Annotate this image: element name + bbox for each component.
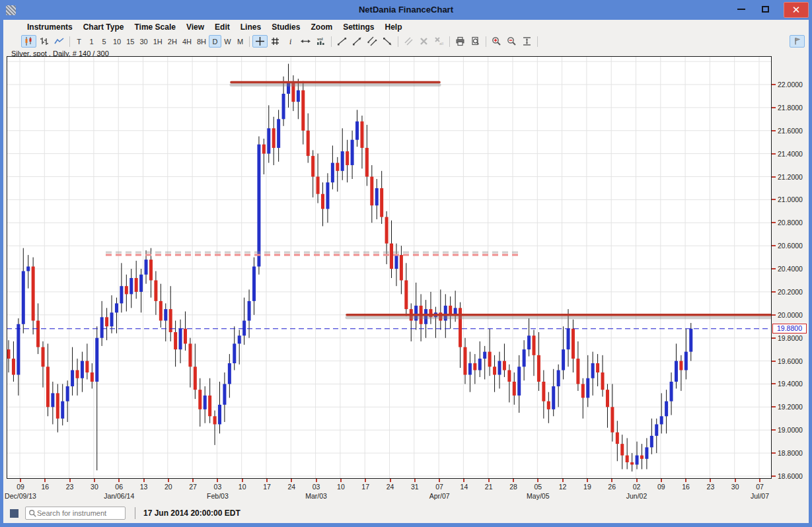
- candle-down[interactable]: [208, 396, 211, 416]
- candle-down[interactable]: [159, 301, 163, 321]
- parallel-channel-button[interactable]: [365, 35, 380, 48]
- candle-up[interactable]: [95, 338, 98, 382]
- candle-up[interactable]: [655, 424, 658, 435]
- candle-up[interactable]: [218, 405, 221, 425]
- candle-up[interactable]: [238, 335, 241, 343]
- candle-down[interactable]: [213, 416, 217, 424]
- candle-up[interactable]: [591, 363, 595, 378]
- candle-up[interactable]: [645, 447, 648, 458]
- candle-down[interactable]: [488, 352, 492, 367]
- candle-up[interactable]: [26, 267, 30, 271]
- candle-up[interactable]: [660, 416, 663, 424]
- candle-down[interactable]: [262, 145, 266, 154]
- candle-up[interactable]: [636, 456, 639, 465]
- candle-up[interactable]: [17, 324, 20, 375]
- candle-down[interactable]: [360, 122, 363, 148]
- menu-studies[interactable]: Studies: [266, 22, 305, 32]
- candle-up[interactable]: [115, 303, 118, 312]
- candle-down[interactable]: [91, 372, 94, 382]
- candle-down[interactable]: [404, 280, 408, 309]
- print-button[interactable]: [453, 35, 468, 48]
- candle-up[interactable]: [650, 436, 653, 447]
- candle-down[interactable]: [581, 384, 585, 398]
- candle-up[interactable]: [483, 352, 486, 359]
- timeframe-30-button[interactable]: 30: [137, 35, 151, 48]
- workspace-icon[interactable]: [10, 509, 18, 518]
- candle-down[interactable]: [272, 128, 276, 148]
- candle-down[interactable]: [194, 367, 197, 390]
- candle-down[interactable]: [7, 349, 11, 359]
- candle-up[interactable]: [248, 301, 251, 321]
- info-button[interactable]: i: [283, 35, 298, 48]
- candle-up[interactable]: [586, 378, 589, 398]
- candle-down[interactable]: [154, 280, 157, 300]
- close-button[interactable]: ✕: [784, 2, 809, 18]
- candle-up[interactable]: [517, 367, 521, 396]
- price-axis[interactable]: 22.000021.800021.600021.400021.200021.00…: [772, 56, 809, 479]
- candle-up[interactable]: [689, 329, 692, 352]
- candle-down[interactable]: [32, 267, 35, 321]
- candle-up[interactable]: [139, 275, 143, 292]
- candle-down[interactable]: [507, 370, 511, 382]
- timeframe-1-button[interactable]: 1: [85, 35, 98, 48]
- candle-down[interactable]: [473, 363, 476, 370]
- candle-down[interactable]: [572, 329, 575, 359]
- candle-up[interactable]: [498, 361, 501, 375]
- candle-up[interactable]: [670, 382, 673, 402]
- candle-up[interactable]: [282, 94, 285, 119]
- candle-down[interactable]: [601, 372, 605, 390]
- volume-button[interactable]: vol: [313, 35, 328, 48]
- scroll-horizontal-button[interactable]: [298, 35, 313, 48]
- candle-down[interactable]: [336, 163, 339, 171]
- menu-view[interactable]: View: [181, 22, 209, 32]
- candle-up[interactable]: [203, 396, 207, 409]
- candle-down[interactable]: [547, 402, 550, 409]
- candle-up[interactable]: [675, 361, 678, 382]
- timeframe-2H-button[interactable]: 2H: [165, 35, 180, 48]
- candle-down[interactable]: [346, 151, 349, 165]
- candle-up[interactable]: [478, 359, 482, 370]
- candle-up[interactable]: [223, 384, 226, 404]
- candle-down[interactable]: [596, 363, 599, 372]
- menu-help[interactable]: Help: [379, 22, 407, 32]
- candle-up[interactable]: [277, 119, 280, 148]
- candle-up[interactable]: [267, 128, 270, 153]
- candle-down[interactable]: [46, 367, 50, 407]
- timeframe-W-button[interactable]: W: [221, 35, 234, 48]
- candle-down[interactable]: [12, 359, 15, 374]
- timeframe-8H-button[interactable]: 8H: [194, 35, 209, 48]
- candle-up[interactable]: [326, 182, 329, 209]
- candle-down[interactable]: [620, 444, 624, 455]
- trendline-button[interactable]: [334, 35, 350, 48]
- candle-down[interactable]: [463, 347, 466, 375]
- candle-up[interactable]: [129, 278, 133, 294]
- candle-down[interactable]: [385, 217, 388, 244]
- candle-down[interactable]: [537, 355, 540, 382]
- timeframe-4H-button[interactable]: 4H: [180, 35, 194, 48]
- candle-down[interactable]: [76, 370, 79, 378]
- print-preview-button[interactable]: [468, 35, 483, 48]
- candle-up[interactable]: [552, 386, 555, 409]
- candle-down[interactable]: [311, 156, 314, 176]
- candle-up[interactable]: [355, 122, 359, 140]
- grid-button[interactable]: [268, 35, 283, 48]
- candle-up[interactable]: [22, 271, 25, 324]
- timeframe-M-button[interactable]: M: [234, 35, 246, 48]
- candle-down[interactable]: [640, 456, 644, 459]
- candle-up[interactable]: [665, 402, 668, 417]
- candle-up[interactable]: [297, 90, 300, 102]
- candle-up[interactable]: [523, 349, 526, 367]
- candle-down[interactable]: [630, 462, 634, 464]
- candle-up[interactable]: [81, 361, 84, 378]
- candle-down[interactable]: [390, 244, 393, 269]
- time-axis[interactable]: 0916233006132027031017240310172431071421…: [3, 479, 809, 503]
- candle-down[interactable]: [503, 361, 506, 370]
- candle-up[interactable]: [557, 370, 560, 386]
- candle-up[interactable]: [179, 329, 182, 349]
- candle-up[interactable]: [341, 151, 344, 171]
- candle-up[interactable]: [375, 188, 379, 205]
- price-chart[interactable]: [7, 56, 772, 479]
- timeframe-T-button[interactable]: T: [73, 35, 85, 48]
- line-chart-button[interactable]: [52, 35, 67, 48]
- parallel-lines-button[interactable]: [401, 35, 416, 48]
